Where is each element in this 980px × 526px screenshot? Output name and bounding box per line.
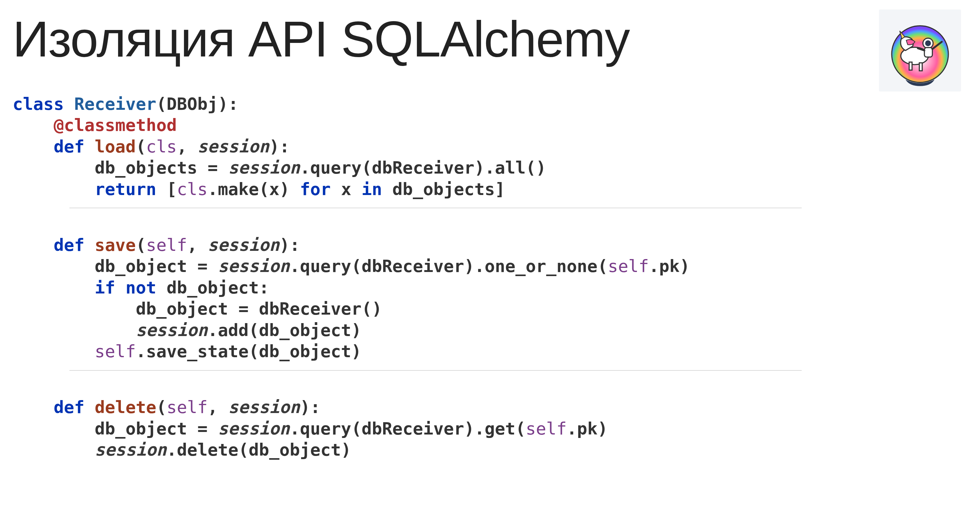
svg-point-5 (925, 40, 931, 46)
code-line-4: db_objects = session.query(dbReceiver).a… (13, 158, 546, 178)
code-line-3: def load(cls, session): (13, 137, 290, 156)
code-block: class Receiver(DBObj): @classmethod def … (13, 72, 967, 482)
slide-title: Изоляция API SQLAlchemy (13, 13, 967, 66)
code-line-12: def delete(self, session): (13, 397, 320, 417)
slide: Изоляция API SQLAlchemy class Receiver(D… (0, 0, 980, 526)
unicorn-astronaut-icon (879, 10, 961, 92)
code-line-9: db_object = dbReceiver() (13, 299, 382, 319)
svg-rect-2 (909, 62, 912, 70)
code-line-5: return [cls.make(x) for x in db_objects] (13, 179, 505, 199)
svg-rect-3 (920, 63, 922, 71)
logo-svg (884, 14, 956, 87)
code-line-13: db_object = session.query(dbReceiver).ge… (13, 419, 608, 439)
code-line-7: db_object = session.query(dbReceiver).on… (13, 256, 690, 276)
code-line-6: def save(self, session): (13, 235, 300, 255)
code-line-1: class Receiver(DBObj): (13, 94, 238, 114)
code-line-11: self.save_state(db_object) (13, 342, 361, 361)
code-line-10: session.add(db_object) (13, 320, 361, 340)
svg-rect-6 (924, 48, 932, 57)
code-line-14: session.delete(db_object) (13, 440, 351, 460)
separator (70, 208, 802, 208)
code-line-2: @classmethod (13, 115, 177, 135)
separator (70, 370, 802, 371)
code-line-8: if not db_object: (13, 278, 269, 297)
